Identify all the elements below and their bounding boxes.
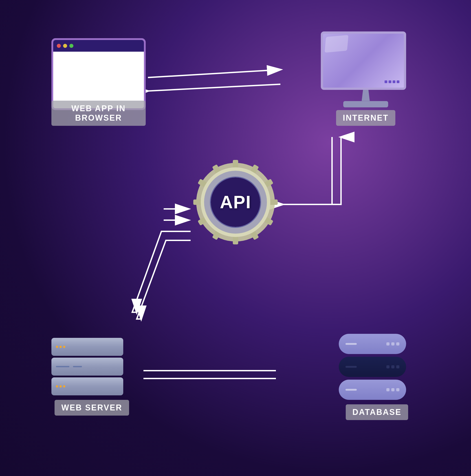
db-dot-7 <box>386 388 390 391</box>
monitor-dot-1 <box>385 80 387 83</box>
monitor-label: INTERNET <box>321 110 411 126</box>
svg-line-5 <box>148 84 280 91</box>
server-dot-2 <box>60 346 62 348</box>
api-architecture-diagram: WEB APP IN BROWSER INTERNET <box>33 25 438 452</box>
api-gear: API <box>193 159 278 245</box>
db-dots-2 <box>386 365 399 368</box>
db-dots-1 <box>386 342 399 345</box>
browser-frame <box>51 38 146 110</box>
db-unit-3 <box>339 380 406 400</box>
browser-titlebar <box>53 40 144 52</box>
db-dot-4 <box>386 365 390 368</box>
db-dot-1 <box>386 342 390 345</box>
server-unit-bottom <box>51 377 123 395</box>
server-label: WEB SERVER <box>51 400 132 416</box>
db-dot-5 <box>391 365 394 368</box>
server-dots-top <box>56 346 65 348</box>
database: DATABASE <box>339 334 415 420</box>
browser-dot-yellow <box>63 44 67 48</box>
gear-outer: API <box>193 159 278 245</box>
browser-dot-red <box>57 44 61 48</box>
browser-window: WEB APP IN BROWSER <box>51 38 146 110</box>
web-server: WEB SERVER <box>51 338 132 416</box>
svg-line-4 <box>148 70 280 78</box>
db-dot-3 <box>396 342 399 345</box>
server-dot-3 <box>63 346 65 348</box>
monitor-dot-2 <box>389 80 391 83</box>
db-stripe-1 <box>345 343 357 345</box>
server-line-2 <box>73 366 82 367</box>
monitor-screen <box>321 32 406 90</box>
browser-dot-green <box>69 44 73 48</box>
monitor-dots <box>385 80 399 83</box>
monitor-stand <box>359 90 373 101</box>
db-unit-2 <box>339 357 406 377</box>
api-label: API <box>220 192 251 213</box>
server-dot-5 <box>60 385 62 388</box>
monitor-dot-3 <box>393 80 395 83</box>
monitor-base <box>343 101 388 107</box>
db-dot-2 <box>391 342 394 345</box>
server-dot-4 <box>56 385 58 388</box>
db-unit-1 <box>339 334 406 354</box>
db-stack <box>339 334 415 400</box>
server-line-1 <box>56 366 69 367</box>
server-dot-6 <box>63 385 65 388</box>
db-stripe-2 <box>345 366 357 368</box>
monitor: INTERNET <box>321 32 411 112</box>
server-dot-1 <box>56 346 58 348</box>
db-dot-6 <box>396 365 399 368</box>
browser-content <box>53 52 144 108</box>
server-stack <box>51 338 132 395</box>
db-dot-9 <box>396 388 399 391</box>
db-dots-3 <box>386 388 399 391</box>
server-unit-top <box>51 338 123 356</box>
db-stripe-3 <box>345 389 357 391</box>
db-dot-8 <box>391 388 394 391</box>
server-unit-middle <box>51 358 123 375</box>
db-label: DATABASE <box>339 404 415 420</box>
server-dots-bottom <box>56 385 65 388</box>
monitor-dot-4 <box>397 80 399 83</box>
browser-label: WEB APP IN BROWSER <box>51 101 146 126</box>
